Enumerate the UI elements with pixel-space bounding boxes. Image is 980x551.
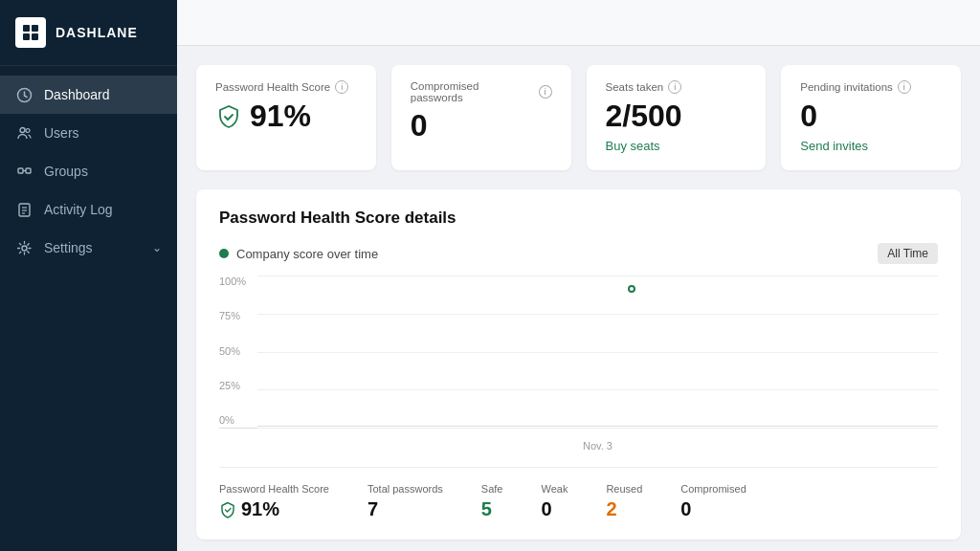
chart-legend-label: Company score over time xyxy=(236,247,378,261)
sidebar-item-label-users: Users xyxy=(44,125,162,141)
bottom-stat-value-compromised: 0 xyxy=(680,498,746,520)
chart-plot xyxy=(257,276,938,428)
shield-check-icon xyxy=(215,103,242,130)
main-header xyxy=(177,0,980,46)
bottom-stat-safe: Safe 5 xyxy=(481,483,503,520)
sidebar: DASHLANE Dashboard Users xyxy=(0,0,177,551)
svg-point-6 xyxy=(26,128,30,132)
sidebar-nav: Dashboard Users G xyxy=(0,66,177,551)
sidebar-item-users[interactable]: Users xyxy=(0,114,177,152)
stat-value-password-health: 91% xyxy=(215,99,357,133)
bottom-stat-label-total: Total passwords xyxy=(368,483,443,495)
bottom-stat-reused: Reused 2 xyxy=(606,483,642,520)
bottom-stat-value-reused: 2 xyxy=(606,498,642,520)
info-icon-compromised[interactable]: i xyxy=(539,85,552,99)
users-icon xyxy=(15,124,33,142)
stat-label-compromised: Compromised passwords i xyxy=(411,80,552,103)
y-label-50: 50% xyxy=(219,345,246,357)
stat-value-compromised: 0 xyxy=(411,109,552,143)
stat-label-invitations: Pending invitations i xyxy=(800,80,942,94)
all-time-button[interactable]: All Time xyxy=(878,243,938,264)
x-axis-label: Nov. 3 xyxy=(219,436,938,452)
sidebar-item-dashboard[interactable]: Dashboard xyxy=(0,76,177,114)
bottom-stat-value-total: 7 xyxy=(368,498,443,520)
grid-line-0 xyxy=(257,428,938,429)
send-invites-link[interactable]: Send invites xyxy=(800,139,942,153)
bottom-stat-label-safe: Safe xyxy=(481,483,503,495)
stat-card-invitations: Pending invitations i 0 Send invites xyxy=(781,65,961,170)
chart-line xyxy=(257,276,938,428)
legend-dot xyxy=(219,249,229,258)
y-label-0: 0% xyxy=(219,414,246,426)
chart-legend: Company score over time All Time xyxy=(219,243,938,264)
sidebar-item-activity-log[interactable]: Activity Log xyxy=(0,190,177,229)
info-icon-invitations[interactable]: i xyxy=(898,80,911,94)
y-label-75: 75% xyxy=(219,310,246,321)
svg-point-14 xyxy=(22,246,27,251)
y-label-100: 100% xyxy=(219,276,246,287)
y-axis: 100% 75% 50% 25% 0% xyxy=(219,276,246,428)
bottom-stat-label-reused: Reused xyxy=(606,483,642,495)
settings-icon xyxy=(15,239,33,256)
stat-value-invitations: 0 xyxy=(800,99,942,133)
bottom-stat-value-safe: 5 xyxy=(481,498,503,520)
bottom-stat-value-health: 91% xyxy=(219,498,329,520)
logo-icon xyxy=(15,17,46,48)
svg-rect-1 xyxy=(32,25,38,32)
stats-grid: Password Health Score i 91% Compro xyxy=(196,65,961,170)
stat-card-seats: Seats taken i 2/500 Buy seats xyxy=(587,65,767,170)
stat-card-compromised: Compromised passwords i 0 xyxy=(391,65,571,170)
bottom-stat-weak: Weak 0 xyxy=(541,483,568,520)
chevron-down-icon: ⌄ xyxy=(152,241,162,254)
sidebar-item-label-activity-log: Activity Log xyxy=(44,202,162,217)
sidebar-item-label-groups: Groups xyxy=(44,164,162,179)
svg-point-5 xyxy=(20,127,25,132)
info-icon-seats[interactable]: i xyxy=(668,80,681,94)
shield-check-small-icon xyxy=(219,501,236,518)
logo-text: DASHLANE xyxy=(56,25,138,40)
main-content-area: Password Health Score i 91% Compro xyxy=(177,0,980,551)
sidebar-item-settings[interactable]: Settings ⌄ xyxy=(0,229,177,267)
chart-section: Password Health Score details Company sc… xyxy=(196,189,961,540)
chart-title: Password Health Score details xyxy=(219,209,938,228)
bottom-stat-label-compromised: Compromised xyxy=(680,483,746,495)
svg-rect-0 xyxy=(23,25,30,32)
info-icon-health[interactable]: i xyxy=(335,80,348,94)
groups-icon xyxy=(15,163,33,180)
bottom-stat-total: Total passwords 7 xyxy=(368,483,443,520)
bottom-stat-label-health: Password Health Score xyxy=(219,483,329,495)
buy-seats-link[interactable]: Buy seats xyxy=(606,139,747,153)
main-content: Password Health Score i 91% Compro xyxy=(177,46,980,551)
stat-value-seats: 2/500 xyxy=(606,99,747,133)
bottom-stat-value-weak: 0 xyxy=(541,498,568,520)
sidebar-item-label-settings: Settings xyxy=(44,240,141,255)
stat-card-password-health: Password Health Score i 91% xyxy=(196,65,376,170)
chart-area: 100% 75% 50% 25% 0% xyxy=(219,276,938,429)
bottom-stat-health: Password Health Score 91% xyxy=(219,483,329,520)
stat-label-seats: Seats taken i xyxy=(606,80,747,94)
sidebar-item-label-dashboard: Dashboard xyxy=(44,87,162,102)
svg-rect-7 xyxy=(18,168,23,173)
bottom-stat-compromised: Compromised 0 xyxy=(680,483,746,520)
dashboard-icon xyxy=(15,86,33,103)
logo: DASHLANE xyxy=(0,0,177,66)
y-label-25: 25% xyxy=(219,380,246,391)
bottom-stat-label-weak: Weak xyxy=(541,483,568,495)
sidebar-item-groups[interactable]: Groups xyxy=(0,152,177,190)
activity-log-icon xyxy=(15,201,33,218)
svg-rect-2 xyxy=(23,33,30,40)
stat-label-password-health: Password Health Score i xyxy=(215,80,357,94)
svg-rect-8 xyxy=(26,168,31,173)
svg-rect-3 xyxy=(32,33,38,40)
bottom-stats: Password Health Score 91% Total password… xyxy=(219,467,938,520)
